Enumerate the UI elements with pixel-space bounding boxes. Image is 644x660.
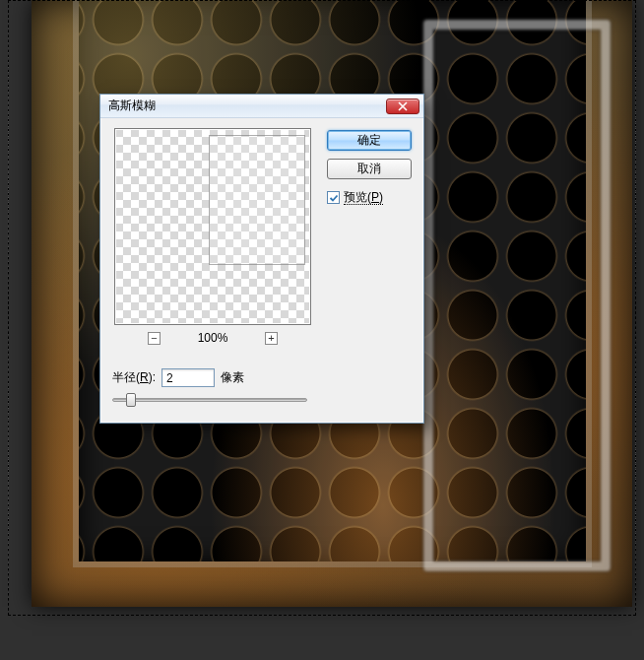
radius-label: 半径(R): — [112, 369, 156, 386]
zoom-in-button[interactable]: + — [265, 332, 278, 345]
dialog-titlebar[interactable]: 高斯模糊 — [100, 95, 423, 118]
preview-checkbox[interactable] — [327, 191, 340, 204]
preview-checkbox-label: 预览(P) — [344, 189, 383, 206]
checkmark-icon — [329, 193, 339, 203]
artwork-light-pipe — [423, 20, 611, 571]
slider-track — [112, 398, 307, 402]
zoom-out-button[interactable]: − — [148, 332, 161, 345]
effect-preview[interactable] — [114, 128, 311, 325]
close-icon — [398, 101, 408, 111]
dialog-right-column: 确定 取消 预览(P) — [327, 128, 412, 409]
close-button[interactable] — [386, 99, 419, 114]
zoom-controls: − 100% + — [112, 331, 313, 345]
radius-unit: 像素 — [221, 369, 244, 386]
slider-thumb[interactable] — [126, 393, 136, 407]
cancel-button[interactable]: 取消 — [327, 159, 412, 179]
zoom-level: 100% — [196, 331, 229, 345]
radius-slider[interactable] — [112, 391, 307, 409]
dialog-left-column: − 100% + 半径(R): 像素 — [112, 128, 313, 409]
dialog-body: − 100% + 半径(R): 像素 确定 取消 — [100, 118, 423, 423]
plus-icon: + — [268, 333, 274, 344]
dialog-title: 高斯模糊 — [108, 98, 386, 114]
minus-icon: − — [151, 333, 157, 344]
ok-button-label: 确定 — [357, 132, 381, 149]
radius-input[interactable] — [161, 368, 215, 387]
gaussian-blur-dialog: 高斯模糊 − 100% + 半径(R): 像素 — [99, 94, 424, 424]
cancel-button-label: 取消 — [357, 161, 381, 177]
ok-button[interactable]: 确定 — [327, 130, 412, 151]
preview-checkbox-row: 预览(P) — [327, 189, 412, 206]
radius-row: 半径(R): 像素 — [112, 368, 313, 387]
